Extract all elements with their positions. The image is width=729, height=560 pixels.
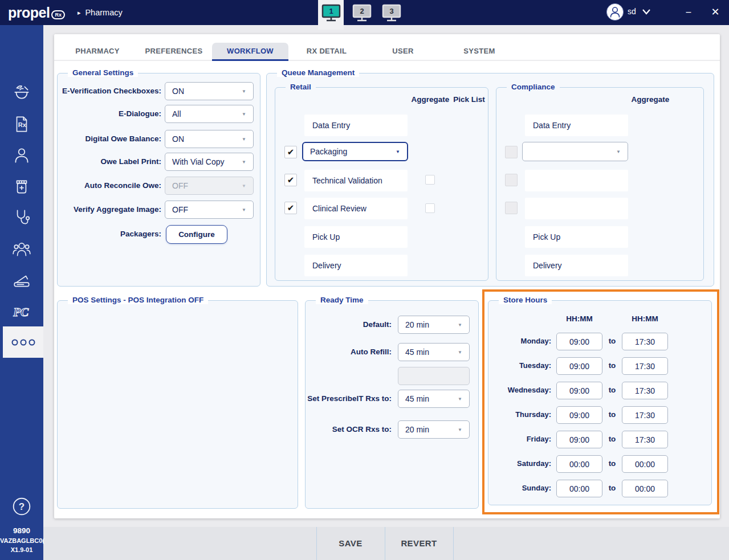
verify-aggregate-label: Verify Aggregate Image: (58, 205, 161, 214)
retail-clinical-review-aggregate-checkbox[interactable] (425, 203, 435, 213)
saturday-close-input[interactable] (622, 455, 668, 473)
help-button[interactable]: ? (11, 496, 32, 517)
store-hours-highlight: Store Hours HH:MM HH:MM Monday: to Tuesd… (482, 289, 719, 514)
retail-stage-clinical-review: Clinical Review (304, 198, 408, 219)
monitor-1-icon: 1 (320, 4, 342, 23)
thursday-open-input[interactable] (556, 406, 602, 424)
friday-close-input[interactable] (622, 431, 668, 448)
tuesday-open-input[interactable] (556, 357, 602, 375)
pos-settings-title: POS Settings - POS Integration OFF (68, 296, 208, 304)
to-label: to (605, 386, 619, 394)
e-verification-value: ON (172, 87, 184, 96)
close-button[interactable]: ✕ (708, 3, 723, 21)
tab-user[interactable]: USER (365, 43, 441, 61)
wednesday-close-input[interactable] (622, 382, 668, 399)
sunday-open-input[interactable] (556, 480, 602, 497)
retail-clinical-review-checkbox[interactable]: ✔ (284, 202, 297, 214)
compliance-stage-data-entry: Data Entry (525, 115, 628, 136)
store-hours-title: Store Hours (499, 296, 552, 304)
breadcrumb-arrow-icon: ▸ (78, 9, 81, 17)
revert-button[interactable]: REVERT (385, 527, 453, 560)
ready-time-panel: Ready Time Default: 20 min▼ Auto Refill:… (305, 300, 479, 509)
retail-packaging-select[interactable]: Packaging▼ (302, 142, 408, 161)
retail-tech-validation-aggregate-checkbox[interactable] (425, 175, 435, 185)
compliance-panel: Compliance Aggregate Data Entry ▼ Pick U… (496, 87, 704, 281)
sidebar-item-groups[interactable] (11, 239, 32, 260)
check-icon: ✔ (287, 175, 295, 185)
monday-open-input[interactable] (556, 333, 602, 350)
sidebar-item-scanner[interactable] (11, 271, 32, 291)
user-avatar[interactable] (606, 3, 624, 21)
compliance-stage-select[interactable]: ▼ (522, 142, 628, 161)
sidebar-item-vials[interactable] (11, 177, 32, 197)
monitor-tab-2[interactable]: 2 (349, 0, 374, 30)
tab-rx-detail[interactable]: RX DETAIL (288, 43, 365, 61)
monitor-tab-3[interactable]: 3 (378, 0, 404, 30)
monitor-tab-1[interactable]: 1 (318, 0, 344, 30)
sidebar-item-more-selected[interactable] (3, 326, 43, 358)
thursday-close-input[interactable] (622, 406, 668, 424)
e-verification-label: E-Verification Checkboxes: (58, 87, 161, 95)
retail-stage-data-entry: Data Entry (304, 115, 408, 136)
user-avatar-icon (606, 3, 624, 21)
top-bar: propel Rx ▸ Pharmacy 1 2 3 sd (0, 0, 729, 25)
sunday-close-input[interactable] (622, 480, 668, 497)
sidebar-item-pharmaclik[interactable]: PC (11, 301, 32, 322)
store-hours-panel: Store Hours HH:MM HH:MM Monday: to Tuesd… (488, 300, 712, 505)
compliance-stage-delivery: Delivery (525, 255, 628, 276)
tab-pharmacy[interactable]: PHARMACY (59, 43, 136, 61)
retail-stage-technical-validation: Technical Validation (304, 170, 408, 191)
patient-icon (11, 145, 32, 166)
chevron-down-icon: ▼ (396, 149, 400, 154)
tab-preferences[interactable]: PREFERENCES (136, 43, 212, 61)
verify-aggregate-select[interactable]: OFF▼ (165, 201, 254, 219)
verify-aggregate-value: OFF (172, 205, 188, 214)
monday-close-input[interactable] (622, 333, 668, 350)
ready-default-select[interactable]: 20 min▼ (398, 316, 470, 334)
friday-open-input[interactable] (556, 431, 602, 448)
e-dialogue-label: E-Dialogue: (58, 109, 161, 118)
sidebar-item-medications[interactable] (11, 83, 32, 103)
e-verification-select[interactable]: ON▼ (165, 82, 254, 100)
ready-default-label: Default: (306, 320, 392, 329)
digital-owe-select[interactable]: ON▼ (165, 130, 254, 148)
to-label: to (605, 459, 619, 468)
owe-label-print-select[interactable]: With Vial Copy▼ (165, 153, 254, 171)
configure-button[interactable]: Configure (166, 225, 227, 244)
aggregate-column-header: Aggregate (408, 95, 453, 104)
ready-ocr-label: Set OCR Rxs to: (306, 425, 392, 434)
minimize-button[interactable]: – (682, 3, 695, 21)
aggregate-column-header: Aggregate (628, 95, 673, 104)
packagers-label: Packagers: (58, 230, 161, 238)
ready-prescribeit-select[interactable]: 45 min▼ (398, 390, 470, 408)
svg-text:1: 1 (329, 7, 333, 15)
chevron-down-icon: ▼ (242, 160, 246, 165)
tab-workflow[interactable]: WORKFLOW (212, 43, 288, 61)
chevron-down-icon[interactable] (641, 8, 652, 16)
saturday-open-input[interactable] (556, 455, 602, 473)
tuesday-close-input[interactable] (622, 357, 668, 375)
sidebar-item-prescriptions[interactable]: Rx (11, 114, 32, 134)
ready-auto-refill-select[interactable]: 45 min▼ (398, 343, 470, 361)
digital-owe-value: ON (172, 134, 184, 144)
e-dialogue-select[interactable]: All▼ (165, 105, 254, 123)
ready-prescribeit-value: 45 min (405, 394, 429, 403)
svg-text:PC: PC (13, 305, 29, 319)
retail-packaging-checkbox[interactable]: ✔ (284, 146, 297, 158)
ready-ocr-select[interactable]: 20 min▼ (398, 420, 470, 439)
compliance-checkbox-disabled (505, 174, 518, 186)
chevron-down-icon: ▼ (242, 137, 246, 142)
queue-management-title: Queue Management (277, 68, 359, 77)
chevron-down-icon: ▼ (242, 112, 246, 117)
ready-auto-refill-label: Auto Refill: (306, 348, 392, 356)
tab-system[interactable]: SYSTEM (441, 43, 518, 61)
sidebar-item-clinical[interactable] (11, 207, 32, 228)
sidebar-nav: Rx PC (0, 25, 43, 560)
sidebar-item-patient[interactable] (11, 145, 32, 166)
to-label: to (605, 361, 619, 370)
ready-disabled-field (398, 367, 470, 385)
save-button[interactable]: SAVE (316, 527, 385, 560)
wednesday-open-input[interactable] (556, 382, 602, 399)
compliance-stage-pick-up: Pick Up (525, 226, 628, 248)
retail-tech-validation-checkbox[interactable]: ✔ (284, 174, 297, 186)
